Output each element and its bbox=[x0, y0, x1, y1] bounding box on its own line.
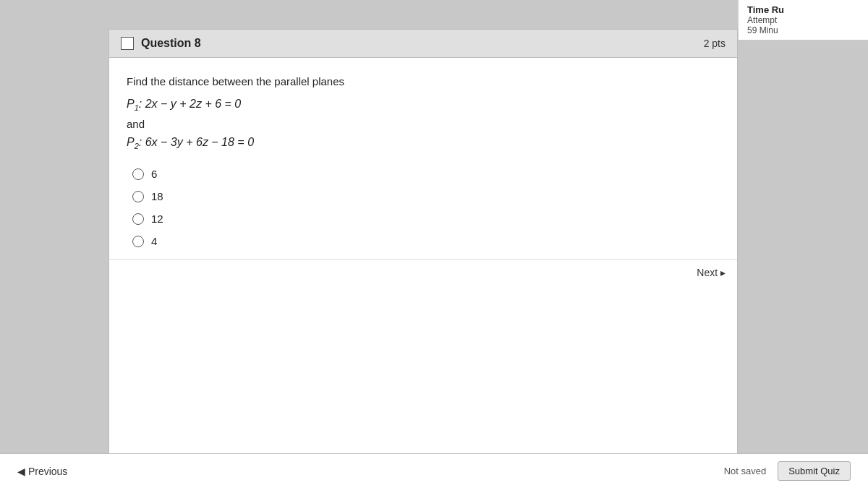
question-title: Question 8 bbox=[121, 37, 201, 50]
question-number: Question 8 bbox=[141, 37, 201, 50]
time-remaining-label: Time Ru bbox=[747, 4, 859, 15]
question-body: Find the distance between the parallel p… bbox=[109, 58, 737, 259]
bottom-bar: ◀ Previous Not saved Submit Quiz bbox=[0, 453, 868, 488]
options-area: 6 18 12 4 bbox=[127, 168, 720, 247]
minutes-left: 59 Minu bbox=[747, 25, 859, 35]
previous-button[interactable]: ◀ Previous bbox=[17, 466, 67, 477]
option-label-12: 12 bbox=[151, 213, 163, 225]
submit-quiz-button[interactable]: Submit Quiz bbox=[778, 461, 851, 481]
nav-row: Next ▸ bbox=[109, 259, 737, 286]
and-connector: and bbox=[127, 118, 720, 130]
option-row-6[interactable]: 6 bbox=[132, 168, 720, 180]
question-instruction: Find the distance between the parallel p… bbox=[127, 75, 720, 87]
question-checkbox[interactable] bbox=[121, 37, 134, 50]
option-label-4: 4 bbox=[151, 235, 157, 247]
points-badge: 2 pts bbox=[704, 38, 726, 49]
plane2-equation: P2: 6x − 3y + 6z − 18 = 0 bbox=[127, 136, 720, 150]
question-card: Question 8 2 pts Find the distance betwe… bbox=[109, 29, 738, 488]
timer-panel: Time Ru Attempt 59 Minu bbox=[738, 0, 868, 40]
question-header: Question 8 2 pts bbox=[109, 30, 737, 58]
option-label-18: 18 bbox=[151, 190, 163, 202]
attempt-label: Attempt bbox=[747, 15, 859, 25]
radio-18[interactable] bbox=[132, 191, 144, 202]
radio-4[interactable] bbox=[132, 236, 144, 247]
option-row-4[interactable]: 4 bbox=[132, 235, 720, 247]
radio-12[interactable] bbox=[132, 213, 144, 225]
radio-6[interactable] bbox=[132, 168, 144, 180]
option-row-18[interactable]: 18 bbox=[132, 190, 720, 202]
option-row-12[interactable]: 12 bbox=[132, 213, 720, 225]
option-label-6: 6 bbox=[151, 168, 157, 180]
plane1-equation: P1: 2x − y + 2z + 6 = 0 bbox=[127, 98, 720, 112]
not-saved-label: Not saved bbox=[724, 466, 767, 476]
main-container: Question 8 2 pts Find the distance betwe… bbox=[109, 22, 738, 488]
bottom-right: Not saved Submit Quiz bbox=[724, 461, 851, 481]
next-button[interactable]: Next ▸ bbox=[697, 267, 726, 278]
